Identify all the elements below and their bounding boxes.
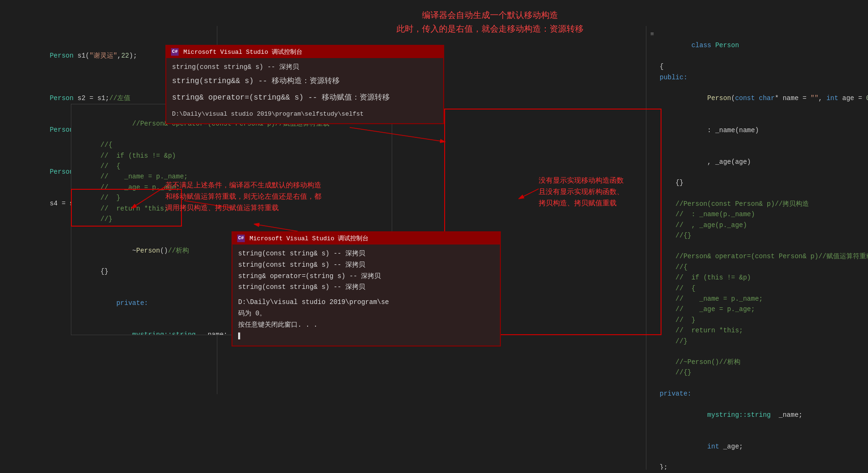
code-line: //} <box>650 336 868 346</box>
code-line: // _age = p._age; <box>650 304 868 314</box>
code-line: mystring::string _name; <box>650 399 868 431</box>
vs-icon: C# <box>171 48 179 56</box>
dialog-line: ▌ <box>238 331 494 342</box>
code-line: }; <box>650 462 868 470</box>
code-line: //{ <box>650 262 868 272</box>
dialog-line: 按任意键关闭此窗口. . . <box>238 320 494 331</box>
svg-line-3 <box>520 189 539 198</box>
annotation-right: 没有显示实现移动构造函数 且没有显示实现析构函数、 拷贝构造、拷贝赋值重载 <box>539 175 695 209</box>
code-line <box>0 30 217 40</box>
code-line: // if (this != &p) <box>75 151 392 161</box>
annotation-line: 和移动赋值运算符重载，则无论左值还是右值，都 <box>165 191 392 202</box>
code-line: // { <box>650 283 868 294</box>
code-line: // } <box>650 315 868 325</box>
right-code-panel: ≡ class Person { public: Person(const ch… <box>646 26 868 470</box>
code-line: { <box>650 61 868 72</box>
dialog-title-1: C# Microsoft Visual Studio 调试控制台 <box>166 46 443 58</box>
dialog-line: string(const string& s) -- 深拷贝 <box>238 260 494 271</box>
annotation-line2: 此时，传入的是右值，就会走移动构造：资源转移 <box>396 22 584 36</box>
code-line: : _name(name) <box>650 114 868 146</box>
dialog-line: string(const string& s) -- 深拷贝 <box>238 248 494 260</box>
dialog-line: string& operator=(string s) -- 深拷贝 <box>238 271 494 282</box>
code-line: //{ <box>75 140 392 150</box>
code-line: //{} <box>650 230 868 241</box>
code-line: , _age(age) <box>650 146 868 177</box>
dialog-body-1: string(const string& s) -- 深拷贝 string(st… <box>166 58 443 123</box>
dialog-line: string(const string& s) -- 深拷贝 <box>238 282 494 293</box>
code-line: int _age; <box>650 431 868 462</box>
code-line <box>650 346 868 357</box>
code-line: //Person& operator=(const Person& p)//赋值… <box>650 251 868 262</box>
dialog-body-2: string(const string& s) -- 深拷贝 string(co… <box>232 245 500 346</box>
dialog-path: D:\Daily\visual studio 2019\program\self… <box>172 109 438 119</box>
code-line: ≡ class Person <box>650 30 868 61</box>
dialog-title-2: C# Microsoft Visual Studio 调试控制台 <box>232 232 500 245</box>
vs-icon-2: C# <box>237 235 245 242</box>
top-annotation: 编译器会自动生成一个默认移动构造 此时，传入的是右值，就会走移动构造：资源转移 <box>396 8 584 36</box>
code-line: // : _name(p._name) <box>650 209 868 220</box>
code-line: // if (this != &p) <box>650 272 868 283</box>
annotation-line: 调用拷贝构造、拷贝赋值运算符重载 <box>165 202 392 213</box>
code-line: private: <box>650 389 868 399</box>
code-line: // return *this; <box>650 325 868 336</box>
dialog-line: string& operator=(string&& s) -- 移动赋值：资源… <box>172 90 438 106</box>
annotation-line1: 编译器会自动生成一个默认移动构造 <box>396 8 584 22</box>
code-line: // , _age(p._age) <box>650 220 868 230</box>
code-line: //} <box>75 214 392 224</box>
dialog-line: string(string&& s) -- 移动构造：资源转移 <box>172 73 438 90</box>
dialog-line: 码为 0。 <box>238 308 494 320</box>
code-line: //~Person()//析构 <box>650 357 868 367</box>
code-line: // _name = p._name; <box>650 294 868 304</box>
dialog-line: D:\Daily\visual studio 2019\program\se <box>238 297 494 308</box>
annotation-line: 没有显示实现移动构造函数 <box>539 175 695 186</box>
annotation-line: 拷贝构造、拷贝赋值重载 <box>539 197 695 209</box>
code-line: Person(const char* name = "", int age = … <box>650 83 868 114</box>
code-line <box>650 241 868 251</box>
code-line: //{} <box>650 367 868 378</box>
annotation-line: 若不满足上述条件，编译器不生成默认的移动构造 <box>165 179 392 191</box>
annotation-middle: 若不满足上述条件，编译器不生成默认的移动构造 和移动赋值运算符重载，则无论左值还… <box>165 179 392 213</box>
annotation-line: 且没有显示实现析构函数、 <box>539 186 695 197</box>
code-line: // { <box>75 161 392 171</box>
vs-dialog-1: C# Microsoft Visual Studio 调试控制台 string(… <box>165 45 444 124</box>
code-line: public: <box>650 72 868 83</box>
code-line <box>650 378 868 389</box>
vs-dialog-2: C# Microsoft Visual Studio 调试控制台 string(… <box>232 231 501 346</box>
dialog-line: string(const string& s) -- 深拷贝 <box>172 62 438 73</box>
